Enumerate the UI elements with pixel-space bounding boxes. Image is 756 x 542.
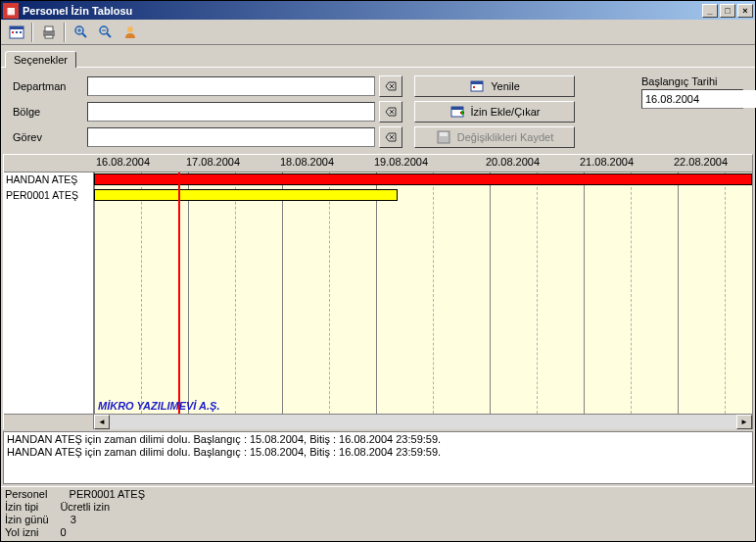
departman-field[interactable] [87, 76, 375, 96]
refresh-button[interactable]: Yenile [414, 75, 575, 97]
svg-rect-6 [45, 26, 53, 31]
gantt-gridline [376, 172, 377, 414]
app-window: ▦ Personel İzin Tablosu _ □ × Seçenekler [0, 0, 756, 542]
zoom-out-icon[interactable] [94, 22, 117, 43]
options-panel: Departman Bölge Görev Yenile İzin Ekle/Ç… [1, 67, 755, 154]
tab-options[interactable]: Seçenekler [5, 51, 76, 68]
gantt-header: 16.08.2004 17.08.2004 18.08.2004 19.08.2… [4, 155, 752, 172]
date-header: 21.08.2004 [580, 156, 634, 168]
start-date-label: Başlangıç Tarihi [641, 75, 743, 87]
gantt-gridline [631, 172, 632, 414]
user-icon[interactable] [118, 22, 141, 43]
svg-rect-1 [10, 26, 24, 29]
gantt-row-labels: HANDAN ATEŞ PER0001 ATEŞ [4, 172, 94, 414]
date-header: 17.08.2004 [186, 156, 240, 168]
gantt-lanes[interactable]: MİKRO YAZILIMEVİ A.Ş. [94, 172, 752, 414]
gantt-gridline [235, 172, 236, 414]
toolbar-separator [64, 23, 66, 42]
titlebar: ▦ Personel İzin Tablosu _ □ × [1, 1, 755, 20]
app-icon: ▦ [3, 3, 19, 19]
status-panel: Personel PER0001 ATEŞ İzin tipi Ücretli … [1, 486, 755, 541]
message-log[interactable]: HANDAN ATEŞ için zaman dilimi dolu. Başl… [3, 431, 753, 484]
watermark: MİKRO YAZILIMEVİ A.Ş. [98, 400, 219, 412]
bolge-field[interactable] [87, 102, 375, 122]
refresh-button-label: Yenile [491, 80, 520, 92]
refresh-icon [469, 78, 485, 94]
tabstrip: Seçenekler [1, 45, 755, 67]
svg-rect-2 [12, 31, 14, 33]
gantt-gridline [282, 172, 283, 414]
svg-rect-23 [471, 81, 483, 84]
gantt-row-label[interactable]: HANDAN ATEŞ [4, 172, 93, 188]
add-remove-leave-label: İzin Ekle/Çıkar [471, 106, 541, 118]
close-button[interactable]: × [737, 4, 753, 18]
print-icon[interactable] [37, 22, 60, 43]
log-line: HANDAN ATEŞ için zaman dilimi dolu. Başl… [7, 446, 749, 459]
status-person-value: PER0001 ATEŞ [70, 488, 145, 501]
gorev-label: Görev [13, 131, 83, 143]
scroll-right-icon[interactable]: ► [736, 415, 752, 429]
bolge-label: Bölge [13, 106, 83, 118]
status-travel-value: 0 [61, 526, 67, 539]
gantt-row-label[interactable]: PER0001 ATEŞ [4, 188, 93, 204]
date-header: 18.08.2004 [280, 156, 334, 168]
log-line: HANDAN ATEŞ için zaman dilimi dolu. Başl… [7, 433, 749, 446]
departman-clear-button[interactable] [379, 75, 402, 97]
status-type-value: Ücretli izin [60, 501, 110, 514]
svg-rect-26 [451, 107, 463, 110]
filters: Departman Bölge Görev [13, 75, 404, 148]
departman-label: Departman [13, 80, 83, 92]
gantt-gridline [490, 172, 491, 414]
gantt-gridline [188, 172, 189, 414]
add-remove-leave-button[interactable]: İzin Ekle/Çıkar [414, 101, 575, 123]
status-days-value: 3 [71, 514, 76, 526]
gantt-bar-per0001[interactable] [94, 189, 398, 201]
svg-rect-7 [45, 35, 53, 38]
bolge-clear-button[interactable] [379, 101, 402, 123]
date-header: 19.08.2004 [374, 156, 428, 168]
save-changes-label: Değişiklikleri Kaydet [457, 131, 553, 143]
gantt-hscrollbar[interactable]: ◄ ► [4, 414, 752, 429]
zoom-in-icon[interactable] [70, 22, 92, 43]
gantt-gridline [94, 172, 95, 414]
maximize-button[interactable]: □ [720, 4, 735, 18]
svg-rect-24 [473, 86, 475, 88]
scroll-track[interactable] [110, 415, 736, 429]
status-type-label: İzin tipi [5, 501, 38, 514]
gantt-bar-handan[interactable] [94, 173, 752, 185]
gantt-chart: 16.08.2004 17.08.2004 18.08.2004 19.08.2… [3, 154, 753, 429]
start-date-picker[interactable]: ▼ [641, 89, 743, 109]
calendar-icon[interactable] [5, 22, 27, 43]
gantt-gridline [433, 172, 434, 414]
gantt-gridline [584, 172, 585, 414]
svg-line-13 [107, 33, 111, 37]
svg-rect-3 [16, 31, 18, 33]
save-changes-button[interactable]: Değişiklikleri Kaydet [414, 126, 575, 148]
toolbar [1, 20, 755, 45]
gantt-gridline [537, 172, 538, 414]
gantt-gridline [141, 172, 142, 414]
start-date-field[interactable] [642, 90, 756, 108]
date-header: 16.08.2004 [96, 156, 150, 168]
gantt-gridline [329, 172, 330, 414]
add-remove-icon [449, 104, 465, 120]
svg-point-15 [127, 26, 133, 32]
date-header: 22.08.2004 [674, 156, 728, 168]
status-days-label: İzin günü [5, 514, 49, 526]
status-travel-label: Yol izni [5, 526, 38, 539]
gorev-clear-button[interactable] [379, 126, 402, 148]
gorev-field[interactable] [87, 127, 375, 147]
svg-rect-30 [440, 132, 448, 136]
start-date-group: Başlangıç Tarihi ▼ [641, 75, 743, 148]
gantt-gridline [678, 172, 679, 414]
gantt-current-time-line [178, 172, 180, 414]
window-title: Personel İzin Tablosu [23, 5, 702, 17]
gantt-body[interactable]: HANDAN ATEŞ PER0001 ATEŞ [4, 172, 752, 414]
save-icon [436, 129, 451, 145]
gantt-gridline [725, 172, 726, 414]
toolbar-separator [31, 23, 33, 42]
scroll-left-icon[interactable]: ◄ [94, 415, 110, 429]
status-person-label: Personel [5, 488, 47, 501]
action-buttons: Yenile İzin Ekle/Çıkar Değişiklikleri Ka… [414, 75, 575, 148]
minimize-button[interactable]: _ [702, 4, 718, 18]
